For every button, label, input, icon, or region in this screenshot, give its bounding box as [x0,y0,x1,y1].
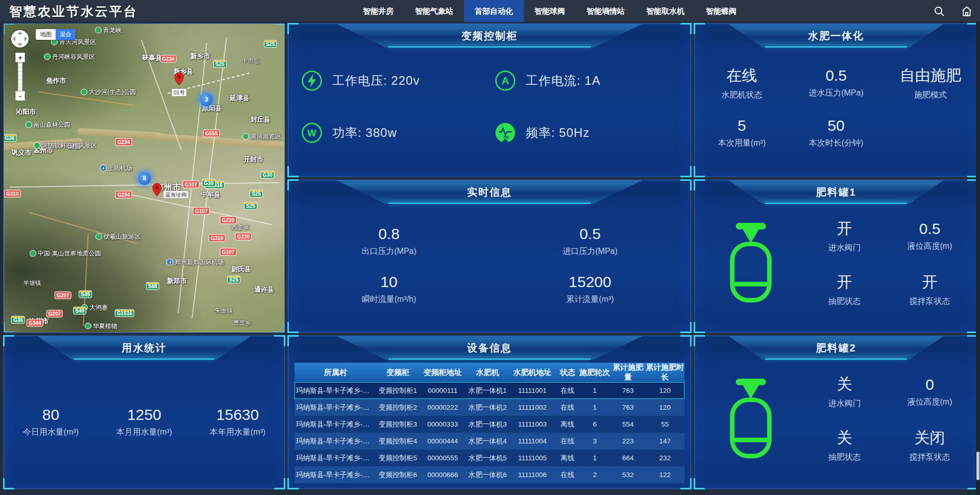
table-cell: 122 [646,466,684,483]
nav-tab-1[interactable]: 智能井房 [352,0,404,22]
search-icon[interactable] [933,5,945,17]
nav-tab-6[interactable]: 智能取水机 [635,0,695,22]
map-type-button-混合[interactable]: 混合 [56,29,76,40]
road-badge: S49 [73,307,86,314]
table-cell: 1 [579,382,610,399]
stat-label: 累计流量(m³) [489,294,691,305]
satellite-map[interactable]: 郑州市焦作市新乡市新乡县获嘉县原阳县延津县封丘县开封市中牟县新郑市尉氏县通许县巩… [4,23,285,333]
map-label-city: 延津县 [230,93,250,103]
nav-tab-3[interactable]: 首部自动化 [464,0,524,22]
map-pin-marker[interactable]: 蓝海珍阀 [153,183,189,199]
table-row[interactable]: 玛纳斯县-旱卡子滩乡-东岸...变频控制柜400000444水肥一体机41111… [295,433,684,450]
table-cell: 1 [579,450,610,466]
panel-corner-decoration [694,322,705,333]
cabinet-metric: 工作电压: 220v [301,55,494,107]
zoom-in-button[interactable]: + [15,53,25,62]
table-cell: 120 [646,399,684,416]
map-label-city: 尉氏县 [231,265,251,274]
stat-item: 关进水阀门 [802,374,887,409]
scenic-poi-icon [81,88,87,95]
table-cell: 120 [646,382,684,399]
table-cell: 00000111 [419,382,466,399]
svg-text:W: W [307,128,316,138]
table-cell: 变频控制柜5 [376,450,419,466]
table-cell: 玛纳斯县-旱卡子滩乡-东岸... [295,450,376,466]
map-cluster-marker[interactable]: 8 [138,172,151,185]
table-row[interactable]: 玛纳斯县-旱卡子滩乡-东岸...变频控制柜300000333水肥一体机31111… [295,416,684,433]
panel-corner-decoration [4,322,14,333]
table-cell: 变频控制柜3 [376,416,419,433]
stat-value: 0 [887,376,972,393]
stat-item: 关抽肥状态 [802,428,887,463]
panel-corner-decoration [287,23,299,34]
stat-label: 进水阀门 [802,243,887,253]
road-badge: G555 [203,130,219,137]
zoom-out-button[interactable]: - [15,91,25,101]
map-cluster-marker[interactable]: 3 [200,93,213,106]
table-cell: 00000666 [419,466,466,483]
table-cell: 00000222 [419,399,466,416]
zoom-slider[interactable] [18,62,22,91]
page-scrollbar[interactable] [976,22,980,495]
panel-title: 肥料罐2 [728,336,943,360]
panel-title: 肥料罐1 [728,180,943,204]
road-badge: G30 [261,171,275,179]
table-row[interactable]: 玛纳斯县-旱卡子滩乡-东岸...变频控制柜600000666水肥一体机61111… [295,466,684,483]
table-row[interactable]: 玛纳斯县-旱卡子滩乡-东岸...变频控制柜100000111水肥一体机11111… [295,382,684,399]
stat-item: 0.5液位高度(m) [887,220,972,252]
map-label-town: 朱曲镇 [215,307,233,314]
map-type-button-地图[interactable]: 地图 [36,29,56,40]
stat-value: 1250 [97,406,191,423]
stat-label: 今日用水量(m³) [4,427,97,438]
table-row[interactable]: 玛纳斯县-旱卡子滩乡-东岸...变频控制柜200000222水肥一体机21111… [295,399,684,416]
stat-value: 在线 [695,65,789,86]
table-column-header: 施肥轮次 [579,363,610,382]
scenic-poi-icon [95,27,102,34]
nav-tab-5[interactable]: 智能墒情站 [576,0,635,22]
road-badge: G107 [220,248,236,256]
panel-corner-decoration [680,335,692,346]
map-pan-control[interactable] [11,30,29,48]
map-label-city: 焦作市 [46,76,66,85]
airport-icon: ✈ [100,165,107,172]
table-cell: 水肥一体机6 [466,466,509,483]
panel-corner-decoration [3,335,14,346]
road-badge: G207 [46,310,63,317]
frequency-icon: Hz [494,122,517,144]
panel-title: 实时信息 [337,180,643,204]
stat-label: 本次时长(分钟) [789,138,884,149]
home-icon[interactable] [961,5,973,17]
stat-label: 进口压力(MPa) [489,246,691,257]
metric-text: 工作电压: 220v [332,73,420,89]
map-label-poi: 中国·嵩山世界地质公园 [30,249,101,257]
cabinet-metric: A工作电流: 1A [494,55,688,107]
stat-label: 本年用水量(m³) [191,427,284,438]
table-cell: 离线 [556,450,579,466]
panel-corner-decoration [680,322,692,333]
table-cell: 水肥一体机3 [466,416,509,433]
nav-tab-7[interactable]: 智能蝶阀 [695,0,747,22]
stat-value: 0.8 [288,225,489,243]
nav-tab-2[interactable]: 智能气象站 [404,0,464,22]
table-cell: 在线 [556,433,579,450]
table-cell: 离线 [556,416,579,433]
map-pin-marker[interactable]: 01号 [172,73,187,97]
table-column-header: 变频柜地址 [419,363,466,382]
stat-label: 本月用水量(m³) [97,427,191,438]
cabinet-metric: W功率: 380w [301,107,494,159]
stat-item: 0.8出口压力(MPa) [288,225,489,257]
table-column-header: 水肥机 [466,363,509,382]
map-label-town: 牛市屯 [242,57,260,65]
scenic-poi-icon [34,142,40,149]
table-cell: 11111004 [509,433,556,450]
stat-item: 10瞬时流量(m³/h) [288,273,489,305]
panel-corner-decoration [274,23,285,34]
table-row[interactable]: 玛纳斯县-旱卡子滩乡-东岸...变频控制柜500000555水肥一体机51111… [295,450,684,466]
stat-label: 施肥模式 [883,90,977,101]
table-cell: 变频控制柜2 [376,399,419,416]
table-cell: 水肥一体机1 [466,382,509,399]
table-cell: 2 [579,466,610,483]
nav-tab-4[interactable]: 智能球阀 [524,0,576,22]
stat-label: 水肥机状态 [695,90,789,101]
scrollbar-thumb[interactable] [976,452,979,480]
